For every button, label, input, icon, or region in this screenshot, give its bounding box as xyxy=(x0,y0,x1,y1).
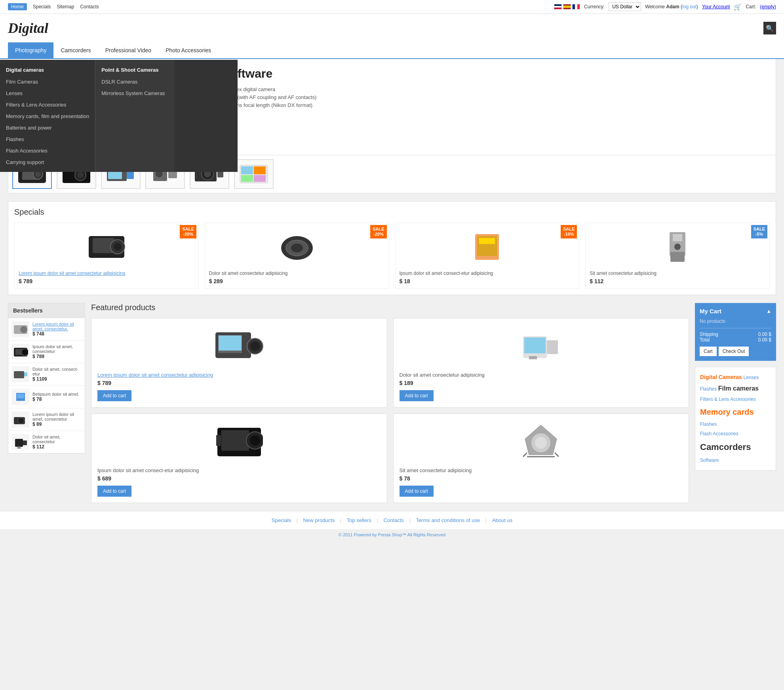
footer-contacts[interactable]: Contacts xyxy=(383,517,403,523)
dropdown-item-batteries[interactable]: Batteries and power xyxy=(0,122,95,133)
featured-img-3 xyxy=(97,420,381,463)
special-item-3: SALE-10% Ipsum dolor sit amet consect-et… xyxy=(395,223,580,289)
bs-name-5: Lorem ipsum dolor sit amet, consectetur xyxy=(32,412,82,421)
your-account-link[interactable]: Your Account xyxy=(702,4,730,10)
tag-camcorders[interactable]: Camcorders xyxy=(700,442,751,452)
add-to-cart-4[interactable]: Add to cart xyxy=(400,486,434,497)
dropdown-item-film-cameras[interactable]: Film Cameras xyxy=(0,76,95,88)
top-bar: Home Specials Sitemap Contacts Currency:… xyxy=(0,0,784,14)
cart-button[interactable]: Cart xyxy=(700,347,717,356)
special-name-3: Ipsum dolor sit amet consect-etur adipis… xyxy=(400,271,575,276)
nav-contacts[interactable]: Contacts xyxy=(80,4,99,10)
dropdown-item-filters[interactable]: Filters & Lens Accessories xyxy=(0,99,95,111)
nav-specials[interactable]: Specials xyxy=(33,4,51,10)
bs-img-4 xyxy=(11,389,29,405)
special-item-1: SALE-20% Lorem ipsum dolor sit amet cons… xyxy=(14,223,199,289)
tag-film-cameras[interactable]: Film cameras xyxy=(718,385,759,392)
dropdown-item-dslr[interactable]: DSLR Cameras xyxy=(95,76,174,88)
shipping-label: Shipping xyxy=(700,332,718,337)
total-label: Total xyxy=(700,337,710,343)
nav-photography[interactable]: Photography xyxy=(8,42,53,58)
bs-info-5: Lorem ipsum dolor sit amet, consectetur … xyxy=(32,412,82,427)
dropdown-item-flash-accessories[interactable]: Flash Accessories xyxy=(0,145,95,156)
footer-about[interactable]: About us xyxy=(492,517,512,523)
svg-line-79 xyxy=(523,453,527,457)
special-item-2: SALE-20% Dolor sit amet consectetur adip… xyxy=(205,223,389,289)
bs-price-6: $ 112 xyxy=(32,444,82,450)
cart-total-row: Total 0.00 $ xyxy=(700,337,771,343)
search-button[interactable]: 🔍 xyxy=(763,22,776,34)
svg-rect-31 xyxy=(241,175,253,182)
bestsellers-title: Bestsellers xyxy=(8,303,85,318)
featured-title: Featured products xyxy=(91,303,689,312)
cart-header: My Cart ▲ xyxy=(700,308,771,315)
tag-flashes[interactable]: Flashes xyxy=(700,386,717,392)
special-price-2: $ 289 xyxy=(209,278,385,284)
tag-flashes-2[interactable]: Flashes xyxy=(700,421,717,427)
featured-img-1 xyxy=(97,324,381,368)
bestsellers-section: Bestsellers Lorem ipsum dolor sit amet, … xyxy=(8,303,85,503)
flag-es[interactable] xyxy=(563,4,571,10)
nav-sitemap[interactable]: Sitemap xyxy=(57,4,74,10)
nav-professional-video[interactable]: Professional Video xyxy=(98,42,158,58)
tag-software[interactable]: Software xyxy=(700,457,719,463)
dropdown-item-carrying[interactable]: Carrying support xyxy=(0,156,95,168)
footer-top-sellers[interactable]: Top sellers xyxy=(347,517,371,523)
bs-name-2: Ipsum dolor sit amet, consectetur xyxy=(32,344,82,354)
checkout-button[interactable]: Check Out xyxy=(719,347,749,356)
svg-point-74 xyxy=(250,435,260,446)
bs-name-1[interactable]: Lorem ipsum dolor sit amet, consectetur. xyxy=(32,322,82,331)
add-to-cart-3[interactable]: Add to cart xyxy=(97,486,131,497)
thumb-6[interactable] xyxy=(234,159,274,189)
dropdown-right-header: Point & Shoot Cameras xyxy=(95,64,174,76)
add-to-cart-2[interactable]: Add to cart xyxy=(400,390,434,401)
tag-memory-cards[interactable]: Memory cards xyxy=(700,408,754,416)
tag-lenses[interactable]: Lenses xyxy=(743,375,759,380)
special-name-1[interactable]: Lorem ipsum dolor sit amet consectetur a… xyxy=(19,271,194,276)
svg-point-39 xyxy=(291,244,303,252)
bs-info-3: Dolor sit amet, consect-etur $ 1109 xyxy=(32,367,82,382)
special-price-1: $ 789 xyxy=(19,278,194,284)
dropdown-item-flashes[interactable]: Flashes xyxy=(0,133,95,145)
footer-new-products[interactable]: New products xyxy=(303,517,335,523)
svg-rect-44 xyxy=(673,234,682,241)
tag-flash-accessories[interactable]: Flash Accessories xyxy=(700,431,738,436)
bs-name-3: Dolor sit amet, consect-etur xyxy=(32,367,82,376)
logout-link[interactable]: log out xyxy=(682,4,696,10)
nav-camcorders[interactable]: Camcorders xyxy=(53,42,98,58)
svg-rect-75 xyxy=(216,435,221,446)
cart-toggle[interactable]: ▲ xyxy=(766,308,771,314)
featured-name-1[interactable]: Lorem ipsum dolor sit amet consectetur a… xyxy=(97,372,381,378)
footer-terms[interactable]: Terms and conditions of use xyxy=(416,517,480,523)
specials-section: Specials SALE-20% Lorem ipsum dolor sit … xyxy=(8,201,776,295)
lower-section: Bestsellers Lorem ipsum dolor sit amet, … xyxy=(8,303,776,503)
svg-point-14 xyxy=(35,172,41,177)
nav-home[interactable]: Home xyxy=(8,3,27,10)
featured-price-1: $ 789 xyxy=(97,380,381,386)
dropdown-item-mirrorless[interactable]: Mirrorless System Cameras xyxy=(95,88,174,99)
main-nav: Photography Camcorders Professional Vide… xyxy=(0,42,784,59)
footer-specials[interactable]: Specials xyxy=(272,517,291,523)
featured-img-4 xyxy=(400,420,683,463)
bs-price-4: $ 78 xyxy=(32,396,79,402)
cart-status[interactable]: (empty) xyxy=(760,4,776,10)
currency-select[interactable]: US Dollar xyxy=(609,2,641,11)
flag-uk[interactable] xyxy=(554,4,562,10)
tag-filters[interactable]: Filters & Lens Accessories xyxy=(700,396,756,402)
tag-digital-cameras[interactable]: Digital Cameras xyxy=(700,374,742,380)
featured-price-4: $ 78 xyxy=(400,475,683,482)
dropdown-item-lenses[interactable]: Lenses xyxy=(0,88,95,99)
special-item-4: SALE-5% Sit amet consectetur adipisicing… xyxy=(585,223,770,289)
flag-fr[interactable] xyxy=(572,4,580,10)
add-to-cart-1[interactable]: Add to cart xyxy=(97,390,131,401)
bs-price-1: $ 748 xyxy=(32,331,82,337)
special-img-2 xyxy=(209,227,385,267)
nav-photo-accessories[interactable]: Photo Accessories xyxy=(158,42,218,58)
logo[interactable]: Digital xyxy=(8,20,48,36)
search-icon: 🔍 xyxy=(766,25,774,32)
no-products: No products xyxy=(700,318,771,324)
my-cart-box: My Cart ▲ No products Shipping 0.00 $ To… xyxy=(695,303,776,361)
bs-info-2: Ipsum dolor sit amet, consectetur $ 789 xyxy=(32,344,82,359)
svg-rect-32 xyxy=(254,175,266,182)
dropdown-item-memory[interactable]: Memory cards, film and presentation xyxy=(0,111,95,122)
